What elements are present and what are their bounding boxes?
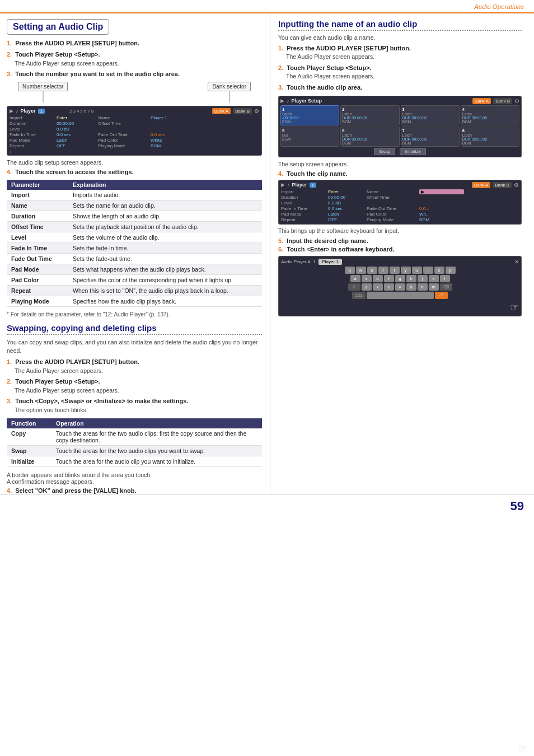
mini-player-num: 1 bbox=[310, 183, 316, 188]
table-row: RepeatWhen this is set to "ON", the audi… bbox=[7, 285, 262, 296]
mini-player-header: ▶ ♪ Player 1 Bank A Bank B ⚙ bbox=[281, 182, 519, 188]
kb-key-t[interactable]: t bbox=[390, 267, 400, 274]
function-table: Function Operation Copy Touch the areas … bbox=[7, 418, 262, 467]
bank-selector-arrow bbox=[229, 91, 230, 102]
kb-key-h[interactable]: h bbox=[406, 275, 416, 282]
step3: 3. Touch the number you want to set in t… bbox=[7, 70, 262, 78]
setup-bottom-cells: 5 Dur BGM 6 Latch DUR 00:00:00 BGM 7 Lat… bbox=[280, 127, 519, 147]
kb-label: Audio Player A: 1 bbox=[281, 259, 315, 264]
kb-key-e[interactable]: e bbox=[367, 267, 377, 274]
bank-nav: 2345678 bbox=[69, 109, 210, 114]
mini-music-icon: ♪ bbox=[287, 182, 290, 188]
kb-key-p[interactable]: p bbox=[446, 267, 456, 274]
table-row: Initialize Touch the area for the audio … bbox=[7, 456, 262, 467]
kb-backspace-key[interactable]: ⌫ bbox=[440, 283, 452, 291]
kb-close-icon[interactable]: ✕ bbox=[514, 259, 519, 265]
kb-key-r[interactable]: r bbox=[378, 267, 388, 274]
mini-bank-a[interactable]: Bank A bbox=[472, 182, 490, 188]
after-note-2: A confirmation message appears. bbox=[7, 478, 262, 485]
kb-key-v[interactable]: v bbox=[395, 283, 405, 291]
mini-player-fields: Import Enter Name ▶ Duration 00:00:00 Of… bbox=[281, 189, 519, 222]
mini-gear-icon[interactable]: ⚙ bbox=[514, 182, 519, 188]
setup-cell-2[interactable]: 2 Latch DUR 00:00:00 BGM bbox=[340, 105, 399, 125]
setup-cell-5[interactable]: 5 Dur BGM bbox=[280, 127, 339, 147]
kb-key-x[interactable]: x bbox=[373, 283, 383, 291]
kb-key-o[interactable]: o bbox=[434, 267, 444, 274]
kb-key-s[interactable]: s bbox=[362, 275, 372, 282]
kb-key-m[interactable]: m bbox=[429, 283, 439, 291]
bank-a-badge[interactable]: Bank A bbox=[212, 108, 231, 114]
name-field-highlight[interactable]: ▶ bbox=[419, 189, 464, 194]
setup-cell-3[interactable]: 3 Latch DUR 00:00:00 BGM bbox=[401, 105, 460, 125]
kb-key-i[interactable]: i bbox=[423, 267, 433, 274]
kb-row-2: a s d f g h j k l bbox=[281, 275, 519, 282]
mini-bank-b[interactable]: Bank B bbox=[493, 182, 512, 188]
section-swapping-clips: Swapping, copying and deleting clips You… bbox=[7, 323, 262, 494]
param-col-header: Parameter bbox=[7, 180, 68, 190]
kb-key-k[interactable]: k bbox=[429, 275, 439, 282]
setup-cell-4[interactable]: 4 Latch DUR 00:00:00 BGM bbox=[461, 105, 519, 125]
right-steps: 1. Press the AUDIO PLAYER [SETUP] button… bbox=[278, 44, 522, 92]
setup-bank-b: Bank B bbox=[493, 98, 512, 104]
kb-key-c[interactable]: c bbox=[384, 283, 394, 291]
step-s1: 1. Press the AUDIO PLAYER [SETUP] button… bbox=[7, 358, 262, 375]
kb-key-q[interactable]: q bbox=[345, 267, 355, 274]
step-s3: 3. Touch <Copy>, <Swap> or <Initialize> … bbox=[7, 397, 262, 414]
bank-b-badge[interactable]: Bank B bbox=[233, 108, 252, 114]
callout-labels: Number selector Bank selector bbox=[7, 82, 262, 102]
initialize-button[interactable]: Initialize bbox=[400, 148, 426, 155]
setup-cell-7[interactable]: 7 Latch DUR 00:00:00 BGM bbox=[401, 127, 460, 147]
kb-key-l[interactable]: l bbox=[440, 275, 450, 282]
kb-row-4: 123 ⏎ bbox=[281, 292, 519, 299]
setup-cell-8[interactable]: 8 Latch DUR 00:00:00 BGM bbox=[461, 127, 519, 147]
kb-key-z[interactable]: z bbox=[362, 283, 372, 291]
table-row: Swap Touch the areas for the two audio c… bbox=[7, 446, 262, 456]
kb-space-key[interactable] bbox=[367, 292, 434, 299]
settings-gear-icon[interactable]: ⚙ bbox=[254, 108, 259, 114]
bank-selector-label: Bank selector bbox=[208, 82, 251, 91]
kb-key-w[interactable]: w bbox=[356, 267, 366, 274]
swap-button[interactable]: Swap bbox=[374, 148, 395, 155]
kb-finger-hint: ☞ bbox=[281, 301, 519, 314]
table-row: ImportImports the audio. bbox=[7, 190, 262, 200]
kb-header: Audio Player A: 1 Player 1 ✕ bbox=[281, 259, 519, 265]
play-icon-right: ▶ bbox=[280, 98, 284, 104]
kb-key-j[interactable]: j bbox=[418, 275, 428, 282]
section2-steps: 1. Press the AUDIO PLAYER [SETUP] button… bbox=[7, 358, 262, 414]
section-setting-audio-clip: Setting an Audio Clip 1. Press the AUDIO… bbox=[7, 13, 262, 318]
setup-cell-6[interactable]: 6 Latch DUR 00:00:00 BGM bbox=[340, 127, 399, 147]
setup-bank-a[interactable]: Bank A bbox=[472, 98, 491, 104]
keyboard-screen: Audio Player A: 1 Player 1 ✕ q w e r t y… bbox=[278, 256, 522, 316]
kb-key-d[interactable]: d bbox=[373, 275, 383, 282]
section1-title: Setting an Audio Clip bbox=[7, 19, 109, 35]
step-s2: 2. Touch Player Setup <Setup>. The Audio… bbox=[7, 377, 262, 394]
kb-key-g[interactable]: g bbox=[395, 275, 405, 282]
kb-shift-key[interactable]: ⇧ bbox=[348, 283, 360, 291]
step-s4: 4. Select "OK" and press the [VALUE] kno… bbox=[7, 487, 262, 494]
kb-key-b[interactable]: b bbox=[406, 283, 416, 291]
kb-key-a[interactable]: a bbox=[350, 275, 360, 282]
kb-123-key[interactable]: 123 bbox=[352, 292, 365, 299]
table-row: NameSets the name for an audio clip. bbox=[7, 200, 262, 211]
setup-gear-icon[interactable]: ⚙ bbox=[514, 98, 519, 104]
kb-row-3: ⇧ z x c v b n m ⌫ bbox=[281, 283, 519, 291]
kb-key-y[interactable]: y bbox=[401, 267, 411, 274]
step1: 1. Press the AUDIO PLAYER [SETUP] button… bbox=[7, 39, 262, 48]
music-icon-right: ♪ bbox=[287, 98, 289, 104]
table-row: Pad ModeSets what happens when the audio… bbox=[7, 264, 262, 274]
number-selector-arrow bbox=[43, 91, 44, 102]
setup-cell-1[interactable]: 1 Latch -00:00:00 BGM bbox=[280, 105, 339, 125]
kb-key-n[interactable]: n bbox=[418, 283, 428, 291]
right-step1: 1. Press the AUDIO PLAYER [SETUP] button… bbox=[278, 44, 522, 61]
after-notes: A border appears and blinks around the a… bbox=[7, 472, 262, 485]
kb-key-u[interactable]: u bbox=[412, 267, 422, 274]
kb-key-f[interactable]: f bbox=[384, 275, 394, 282]
right-step3: 3. Touch the audio clip area. bbox=[278, 83, 522, 92]
kb-player-tab[interactable]: Player 1 bbox=[318, 259, 341, 265]
finger-icon: ☞ bbox=[510, 302, 519, 313]
footnote: * For details on the parameter, refer to… bbox=[7, 311, 262, 318]
table-row: Copy Touch the areas for the two audio c… bbox=[7, 428, 262, 446]
table-row: LevelSets the volume of the audio clip. bbox=[7, 232, 262, 242]
func-col-header: Function bbox=[7, 418, 51, 428]
kb-enter-key[interactable]: ⏎ bbox=[435, 292, 448, 299]
